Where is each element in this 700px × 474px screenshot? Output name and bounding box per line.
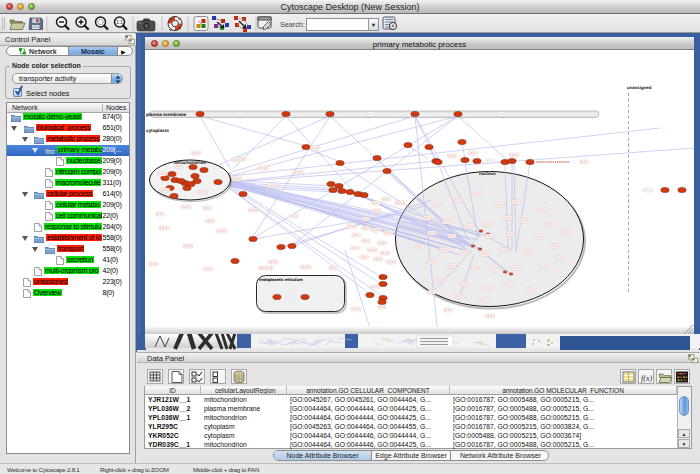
svg-text:nucleus: nucleus <box>479 171 496 176</box>
svg-text:endoplasmic reticulum: endoplasmic reticulum <box>259 277 303 282</box>
svg-text:1:1: 1:1 <box>116 20 123 25</box>
svg-text:cytoplasm: cytoplasm <box>146 128 169 133</box>
svg-text:f(x): f(x) <box>641 374 652 383</box>
svg-text:plasma membrane: plasma membrane <box>146 112 187 117</box>
svg-text:unassigned: unassigned <box>627 85 652 90</box>
